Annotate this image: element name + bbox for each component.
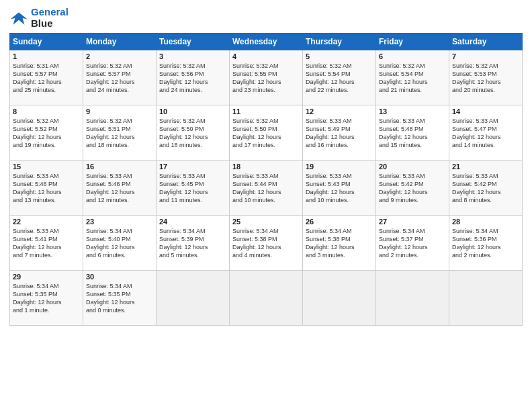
day-info: Sunrise: 5:33 AM Sunset: 5:45 PM Dayligh… bbox=[159, 172, 226, 205]
day-info: Sunrise: 5:34 AM Sunset: 5:35 PM Dayligh… bbox=[86, 282, 153, 315]
day-info: Sunrise: 5:32 AM Sunset: 5:55 PM Dayligh… bbox=[232, 62, 300, 95]
day-cell: 25Sunrise: 5:34 AM Sunset: 5:38 PM Dayli… bbox=[230, 216, 303, 271]
day-number: 14 bbox=[452, 107, 519, 116]
day-number: 11 bbox=[232, 107, 300, 116]
day-number: 22 bbox=[13, 218, 80, 226]
logo-icon bbox=[9, 9, 28, 28]
day-cell: 9Sunrise: 5:32 AM Sunset: 5:51 PM Daylig… bbox=[83, 105, 157, 161]
day-cell: 29Sunrise: 5:34 AM Sunset: 5:35 PM Dayli… bbox=[10, 271, 83, 326]
day-number: 13 bbox=[379, 107, 446, 116]
day-cell: 30Sunrise: 5:34 AM Sunset: 5:35 PM Dayli… bbox=[83, 271, 157, 326]
day-number: 5 bbox=[306, 52, 373, 60]
day-info: Sunrise: 5:33 AM Sunset: 5:41 PM Dayligh… bbox=[13, 227, 80, 260]
day-info: Sunrise: 5:33 AM Sunset: 5:46 PM Dayligh… bbox=[86, 172, 153, 205]
day-cell: 5Sunrise: 5:32 AM Sunset: 5:54 PM Daylig… bbox=[303, 50, 376, 105]
week-row-2: 8Sunrise: 5:32 AM Sunset: 5:52 PM Daylig… bbox=[10, 105, 523, 161]
day-number: 19 bbox=[306, 163, 373, 171]
day-cell: 21Sunrise: 5:33 AM Sunset: 5:42 PM Dayli… bbox=[449, 161, 523, 216]
day-number: 6 bbox=[379, 52, 446, 60]
day-info: Sunrise: 5:33 AM Sunset: 5:44 PM Dayligh… bbox=[232, 172, 300, 205]
day-number: 17 bbox=[159, 163, 226, 171]
col-tuesday: Tuesday bbox=[157, 34, 230, 50]
header: GeneralBlue bbox=[9, 7, 523, 29]
day-info: Sunrise: 5:33 AM Sunset: 5:46 PM Dayligh… bbox=[13, 172, 80, 205]
day-cell: 2Sunrise: 5:32 AM Sunset: 5:57 PM Daylig… bbox=[83, 50, 157, 105]
col-wednesday: Wednesday bbox=[230, 34, 303, 50]
day-number: 29 bbox=[13, 273, 80, 281]
day-number: 27 bbox=[379, 218, 446, 226]
day-cell: 6Sunrise: 5:32 AM Sunset: 5:54 PM Daylig… bbox=[376, 50, 449, 105]
day-info: Sunrise: 5:34 AM Sunset: 5:39 PM Dayligh… bbox=[159, 227, 226, 260]
day-cell bbox=[303, 271, 376, 326]
col-thursday: Thursday bbox=[303, 34, 376, 50]
day-info: Sunrise: 5:32 AM Sunset: 5:53 PM Dayligh… bbox=[452, 62, 519, 95]
day-info: Sunrise: 5:33 AM Sunset: 5:47 PM Dayligh… bbox=[452, 117, 519, 150]
day-cell: 7Sunrise: 5:32 AM Sunset: 5:53 PM Daylig… bbox=[449, 50, 523, 105]
day-number: 7 bbox=[452, 52, 519, 60]
day-info: Sunrise: 5:34 AM Sunset: 5:38 PM Dayligh… bbox=[232, 227, 300, 260]
day-cell: 12Sunrise: 5:33 AM Sunset: 5:49 PM Dayli… bbox=[303, 105, 376, 161]
week-row-1: 1Sunrise: 5:31 AM Sunset: 5:57 PM Daylig… bbox=[10, 50, 523, 105]
week-row-3: 15Sunrise: 5:33 AM Sunset: 5:46 PM Dayli… bbox=[10, 161, 523, 216]
day-cell: 20Sunrise: 5:33 AM Sunset: 5:42 PM Dayli… bbox=[376, 161, 449, 216]
day-info: Sunrise: 5:33 AM Sunset: 5:42 PM Dayligh… bbox=[452, 172, 519, 205]
col-friday: Friday bbox=[376, 34, 449, 50]
svg-marker-0 bbox=[10, 12, 27, 24]
day-info: Sunrise: 5:32 AM Sunset: 5:54 PM Dayligh… bbox=[306, 62, 373, 95]
calendar-table: Sunday Monday Tuesday Wednesday Thursday… bbox=[9, 33, 523, 326]
day-info: Sunrise: 5:32 AM Sunset: 5:51 PM Dayligh… bbox=[86, 117, 153, 150]
day-number: 9 bbox=[86, 107, 153, 116]
day-info: Sunrise: 5:32 AM Sunset: 5:50 PM Dayligh… bbox=[232, 117, 300, 150]
day-info: Sunrise: 5:34 AM Sunset: 5:38 PM Dayligh… bbox=[306, 227, 373, 260]
day-number: 21 bbox=[452, 163, 519, 171]
day-cell: 8Sunrise: 5:32 AM Sunset: 5:52 PM Daylig… bbox=[10, 105, 83, 161]
day-info: Sunrise: 5:33 AM Sunset: 5:48 PM Dayligh… bbox=[379, 117, 446, 150]
day-number: 10 bbox=[159, 107, 226, 116]
day-cell: 28Sunrise: 5:34 AM Sunset: 5:36 PM Dayli… bbox=[449, 216, 523, 271]
day-number: 23 bbox=[86, 218, 153, 226]
day-cell: 11Sunrise: 5:32 AM Sunset: 5:50 PM Dayli… bbox=[230, 105, 303, 161]
day-info: Sunrise: 5:34 AM Sunset: 5:35 PM Dayligh… bbox=[13, 282, 80, 315]
header-row: Sunday Monday Tuesday Wednesday Thursday… bbox=[10, 34, 523, 50]
day-info: Sunrise: 5:34 AM Sunset: 5:37 PM Dayligh… bbox=[379, 227, 446, 260]
col-saturday: Saturday bbox=[449, 34, 523, 50]
day-cell: 19Sunrise: 5:33 AM Sunset: 5:43 PM Dayli… bbox=[303, 161, 376, 216]
day-info: Sunrise: 5:34 AM Sunset: 5:40 PM Dayligh… bbox=[86, 227, 153, 260]
col-monday: Monday bbox=[83, 34, 157, 50]
day-cell: 14Sunrise: 5:33 AM Sunset: 5:47 PM Dayli… bbox=[449, 105, 523, 161]
day-number: 8 bbox=[13, 107, 80, 116]
day-number: 25 bbox=[232, 218, 300, 226]
day-info: Sunrise: 5:33 AM Sunset: 5:42 PM Dayligh… bbox=[379, 172, 446, 205]
day-cell: 26Sunrise: 5:34 AM Sunset: 5:38 PM Dayli… bbox=[303, 216, 376, 271]
day-info: Sunrise: 5:33 AM Sunset: 5:43 PM Dayligh… bbox=[306, 172, 373, 205]
day-number: 15 bbox=[13, 163, 80, 171]
day-cell: 4Sunrise: 5:32 AM Sunset: 5:55 PM Daylig… bbox=[230, 50, 303, 105]
day-cell: 15Sunrise: 5:33 AM Sunset: 5:46 PM Dayli… bbox=[10, 161, 83, 216]
day-cell: 18Sunrise: 5:33 AM Sunset: 5:44 PM Dayli… bbox=[230, 161, 303, 216]
day-cell bbox=[376, 271, 449, 326]
week-row-5: 29Sunrise: 5:34 AM Sunset: 5:35 PM Dayli… bbox=[10, 271, 523, 326]
day-cell: 22Sunrise: 5:33 AM Sunset: 5:41 PM Dayli… bbox=[10, 216, 83, 271]
day-cell: 27Sunrise: 5:34 AM Sunset: 5:37 PM Dayli… bbox=[376, 216, 449, 271]
day-info: Sunrise: 5:33 AM Sunset: 5:49 PM Dayligh… bbox=[306, 117, 373, 150]
day-cell: 17Sunrise: 5:33 AM Sunset: 5:45 PM Dayli… bbox=[157, 161, 230, 216]
day-cell: 24Sunrise: 5:34 AM Sunset: 5:39 PM Dayli… bbox=[157, 216, 230, 271]
day-number: 1 bbox=[13, 52, 80, 60]
col-sunday: Sunday bbox=[10, 34, 83, 50]
day-info: Sunrise: 5:32 AM Sunset: 5:57 PM Dayligh… bbox=[86, 62, 153, 95]
day-number: 2 bbox=[86, 52, 153, 60]
logo-text: GeneralBlue bbox=[31, 7, 69, 29]
day-number: 30 bbox=[86, 273, 153, 281]
day-number: 12 bbox=[306, 107, 373, 116]
day-cell: 23Sunrise: 5:34 AM Sunset: 5:40 PM Dayli… bbox=[83, 216, 157, 271]
day-number: 28 bbox=[452, 218, 519, 226]
day-info: Sunrise: 5:32 AM Sunset: 5:56 PM Dayligh… bbox=[159, 62, 226, 95]
day-number: 18 bbox=[232, 163, 300, 171]
day-info: Sunrise: 5:34 AM Sunset: 5:36 PM Dayligh… bbox=[452, 227, 519, 260]
day-number: 20 bbox=[379, 163, 446, 171]
day-cell bbox=[449, 271, 523, 326]
week-row-4: 22Sunrise: 5:33 AM Sunset: 5:41 PM Dayli… bbox=[10, 216, 523, 271]
day-cell: 1Sunrise: 5:31 AM Sunset: 5:57 PM Daylig… bbox=[10, 50, 83, 105]
day-info: Sunrise: 5:32 AM Sunset: 5:52 PM Dayligh… bbox=[13, 117, 80, 150]
day-cell: 3Sunrise: 5:32 AM Sunset: 5:56 PM Daylig… bbox=[157, 50, 230, 105]
